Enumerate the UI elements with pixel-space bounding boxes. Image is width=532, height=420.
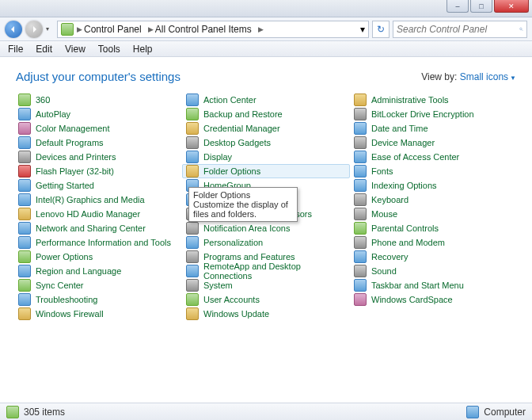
menu-view[interactable]: View — [59, 42, 92, 56]
cp-item-icon — [354, 250, 367, 263]
cp-item[interactable]: RemoteApp and Desktop Connections — [182, 264, 350, 278]
cp-item-icon — [354, 108, 367, 120]
cp-item[interactable]: Region and Language — [14, 264, 182, 278]
view-by-selector[interactable]: Small icons▼ — [460, 71, 516, 82]
cp-item-label: Folder Options — [203, 166, 260, 176]
cp-item[interactable]: Flash Player (32-bit) — [14, 164, 182, 178]
nav-history-dropdown[interactable]: ▾ — [46, 25, 54, 32]
cp-item[interactable]: Network and Sharing Center — [14, 221, 182, 235]
cp-item-label: Display — [203, 152, 232, 162]
cp-item[interactable]: Phone and Modem — [350, 235, 518, 250]
cp-item-label: Backup and Restore — [203, 109, 283, 119]
cp-item-icon — [186, 222, 199, 235]
back-button[interactable] — [5, 21, 22, 38]
cp-item[interactable]: Performance Information and Tools — [14, 235, 182, 250]
forward-button[interactable] — [25, 21, 43, 38]
cp-item-icon — [18, 122, 31, 135]
cp-item-label: Phone and Modem — [371, 238, 445, 247]
cp-item[interactable]: Display — [182, 150, 350, 164]
page-title: Adjust your computer's settings — [16, 70, 180, 83]
cp-item[interactable]: Folder Options — [182, 164, 350, 178]
cp-item-icon — [18, 250, 31, 263]
cp-item-label: Date and Time — [371, 124, 428, 133]
cp-item-label: Lenovo HD Audio Manager — [36, 209, 140, 219]
cp-item[interactable]: Default Programs — [14, 136, 182, 150]
cp-item[interactable]: User Accounts — [182, 292, 350, 307]
menu-tools[interactable]: Tools — [92, 42, 127, 56]
cp-item[interactable]: Windows CardSpace — [350, 292, 518, 307]
search-input[interactable] — [397, 24, 516, 35]
minimize-button[interactable]: – — [446, 0, 469, 13]
close-button[interactable]: ✕ — [494, 0, 529, 13]
breadcrumb-label: Control Panel — [84, 24, 142, 35]
cp-item[interactable]: Device Manager — [350, 136, 518, 150]
cp-item[interactable]: Keyboard — [350, 193, 518, 207]
status-count: 305 items — [24, 407, 65, 418]
menu-edit[interactable]: Edit — [29, 42, 59, 56]
cp-item-icon — [18, 108, 31, 120]
cp-item[interactable]: Desktop Gadgets — [182, 136, 350, 150]
cp-item-label: Sound — [371, 266, 397, 276]
cp-item[interactable]: Intel(R) Graphics and Media — [14, 193, 182, 207]
cp-item[interactable]: Fonts — [350, 164, 518, 178]
cp-item[interactable]: Recovery — [350, 250, 518, 264]
cp-item-icon — [18, 236, 31, 249]
cp-item[interactable]: Taskbar and Start Menu — [350, 278, 518, 292]
cp-item[interactable]: Personalization — [182, 235, 350, 250]
cp-item[interactable]: Troubleshooting — [14, 292, 182, 307]
cp-item[interactable]: Color Management — [14, 121, 182, 136]
cp-item-icon — [354, 222, 367, 235]
menu-file[interactable]: File — [2, 42, 29, 56]
cp-item[interactable]: Windows Update — [182, 307, 350, 321]
svg-line-1 — [522, 29, 523, 31]
address-dropdown[interactable]: ▾ — [360, 24, 365, 35]
cp-item[interactable]: Sound — [350, 264, 518, 278]
cp-item[interactable]: Windows Firewall — [14, 307, 182, 321]
cp-item-icon — [354, 208, 367, 220]
cp-item[interactable]: Ease of Access Center — [350, 150, 518, 164]
cp-item[interactable]: Action Center — [182, 93, 350, 107]
cp-item[interactable]: Sync Center — [14, 278, 182, 292]
cp-item[interactable]: 360 — [14, 93, 182, 107]
cp-item[interactable]: Parental Controls — [350, 221, 518, 235]
arrow-left-icon — [10, 25, 17, 33]
cp-item[interactable]: BitLocker Drive Encryption — [350, 107, 518, 121]
cp-item-icon — [18, 193, 31, 206]
maximize-button[interactable]: □ — [470, 0, 492, 13]
cp-item-icon — [186, 122, 199, 135]
svg-point-0 — [520, 28, 522, 30]
cp-item-icon — [186, 307, 199, 320]
menu-help[interactable]: Help — [127, 42, 159, 56]
cp-item-icon — [354, 236, 367, 249]
cp-item-label: Power Options — [36, 252, 93, 262]
cp-item-label: Recovery — [371, 252, 408, 262]
cp-item[interactable]: Getting Started — [14, 178, 182, 193]
items-column: Administrative ToolsBitLocker Drive Encr… — [350, 93, 518, 321]
cp-item-icon — [18, 151, 31, 163]
cp-item[interactable]: Indexing Options — [350, 178, 518, 193]
cp-item[interactable]: Credential Manager — [182, 121, 350, 136]
refresh-button[interactable]: ↻ — [372, 21, 390, 38]
breadcrumb-seg-0[interactable]: ▶Control Panel — [74, 24, 145, 35]
cp-item-icon — [186, 265, 199, 277]
cp-item-icon — [18, 179, 31, 192]
cp-item[interactable]: Notification Area Icons — [182, 221, 350, 235]
search-box[interactable] — [393, 21, 527, 38]
cp-item-icon — [354, 122, 367, 135]
cp-item[interactable]: Power Options — [14, 250, 182, 264]
breadcrumb-seg-1[interactable]: ▶All Control Panel Items — [145, 24, 255, 35]
cp-item-icon — [18, 279, 31, 292]
breadcrumb-tail[interactable]: ▶ — [255, 25, 267, 33]
address-bar[interactable]: ▶Control Panel ▶All Control Panel Items … — [57, 21, 369, 38]
tooltip-body: Customize the display of files and folde… — [193, 200, 288, 219]
cp-item[interactable]: Mouse — [350, 207, 518, 221]
cp-item[interactable]: Date and Time — [350, 121, 518, 136]
cp-item-icon — [186, 236, 199, 249]
cp-item-label: Flash Player (32-bit) — [36, 166, 114, 176]
cp-item[interactable]: AutoPlay — [14, 107, 182, 121]
cp-item[interactable]: Lenovo HD Audio Manager — [14, 207, 182, 221]
cp-item[interactable]: Administrative Tools — [350, 93, 518, 107]
cp-item[interactable]: Devices and Printers — [14, 150, 182, 164]
cp-item-icon — [354, 165, 367, 178]
cp-item[interactable]: Backup and Restore — [182, 107, 350, 121]
